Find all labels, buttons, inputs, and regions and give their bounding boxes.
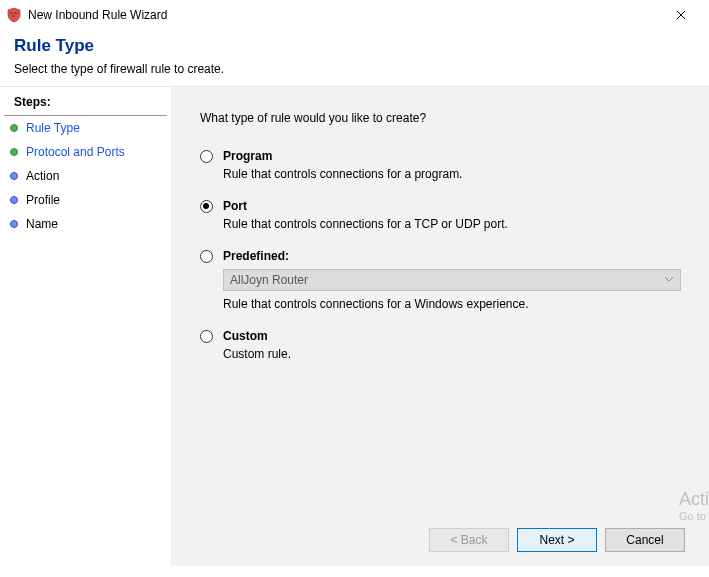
watermark-line1: Activate Windows	[679, 490, 709, 510]
step-label: Rule Type	[26, 121, 80, 135]
content-prompt: What type of rule would you like to crea…	[200, 111, 681, 125]
option-body: Custom Custom rule.	[223, 329, 681, 361]
button-label: < Back	[450, 533, 487, 547]
page-header: Rule Type Select the type of firewall ru…	[0, 30, 709, 86]
svg-rect-1	[14, 12, 17, 14]
option-custom[interactable]: Custom Custom rule.	[200, 329, 681, 361]
steps-sidebar: Steps: Rule Type Protocol and Ports Acti…	[0, 87, 172, 566]
option-title: Custom	[223, 329, 681, 343]
next-button[interactable]: Next >	[517, 528, 597, 552]
step-label: Profile	[26, 193, 60, 207]
option-description: Rule that controls connections for a pro…	[223, 167, 681, 181]
option-description: Rule that controls connections for a Win…	[223, 297, 681, 311]
option-body: Predefined: AllJoyn Router Rule that con…	[223, 249, 681, 311]
activation-watermark: Activate Windows Go to Settings to activ…	[679, 490, 709, 534]
back-button: < Back	[429, 528, 509, 552]
titlebar: New Inbound Rule Wizard	[0, 0, 709, 30]
radio-custom[interactable]	[200, 330, 213, 343]
step-bullet-icon	[10, 148, 18, 156]
option-title: Program	[223, 149, 681, 163]
cancel-button[interactable]: Cancel	[605, 528, 685, 552]
predefined-dropdown: AllJoyn Router	[223, 269, 681, 291]
option-description: Custom rule.	[223, 347, 681, 361]
chevron-down-icon	[664, 274, 674, 286]
option-body: Port Rule that controls connections for …	[223, 199, 681, 231]
option-predefined[interactable]: Predefined: AllJoyn Router Rule that con…	[200, 249, 681, 311]
step-label: Protocol and Ports	[26, 145, 125, 159]
dropdown-value: AllJoyn Router	[230, 273, 308, 287]
svg-rect-2	[12, 15, 15, 17]
wizard-body: Steps: Rule Type Protocol and Ports Acti…	[0, 86, 709, 566]
step-bullet-icon	[10, 172, 18, 180]
step-action[interactable]: Action	[0, 164, 171, 188]
step-label: Name	[26, 217, 58, 231]
option-title: Predefined:	[223, 249, 681, 263]
button-label: Cancel	[626, 533, 663, 547]
step-bullet-icon	[10, 124, 18, 132]
svg-rect-0	[10, 12, 13, 14]
radio-port[interactable]	[200, 200, 213, 213]
firewall-icon	[6, 7, 22, 23]
watermark-line2: Go to Settings to activate Windows.	[679, 510, 709, 522]
close-icon	[676, 8, 686, 23]
option-body: Program Rule that controls connections f…	[223, 149, 681, 181]
close-button[interactable]	[661, 0, 701, 30]
page-title: Rule Type	[14, 36, 695, 56]
window-title: New Inbound Rule Wizard	[28, 8, 661, 22]
option-description: Rule that controls connections for a TCP…	[223, 217, 681, 231]
button-label: Next >	[539, 533, 574, 547]
step-bullet-icon	[10, 196, 18, 204]
step-profile[interactable]: Profile	[0, 188, 171, 212]
option-port[interactable]: Port Rule that controls connections for …	[200, 199, 681, 231]
wizard-content: What type of rule would you like to crea…	[172, 87, 709, 566]
steps-title: Steps:	[4, 91, 167, 116]
option-title: Port	[223, 199, 681, 213]
step-bullet-icon	[10, 220, 18, 228]
radio-predefined[interactable]	[200, 250, 213, 263]
option-program[interactable]: Program Rule that controls connections f…	[200, 149, 681, 181]
page-subtitle: Select the type of firewall rule to crea…	[14, 62, 695, 76]
step-rule-type[interactable]: Rule Type	[0, 116, 171, 140]
step-protocol-and-ports[interactable]: Protocol and Ports	[0, 140, 171, 164]
wizard-buttons: < Back Next > Cancel	[429, 528, 685, 552]
radio-program[interactable]	[200, 150, 213, 163]
step-label: Action	[26, 169, 59, 183]
step-name[interactable]: Name	[0, 212, 171, 236]
